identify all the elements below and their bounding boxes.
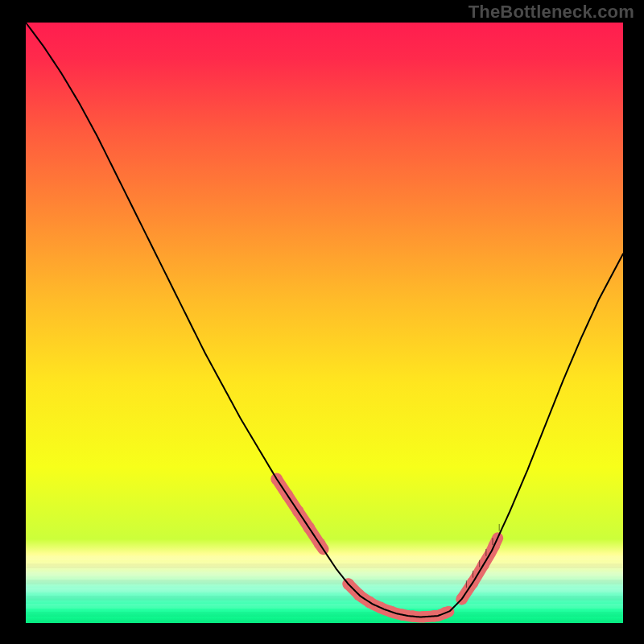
bottleneck-chart-canvas: [0, 0, 644, 644]
chart-container: TheBottleneck.com: [0, 0, 644, 644]
watermark-text: TheBottleneck.com: [469, 2, 634, 23]
